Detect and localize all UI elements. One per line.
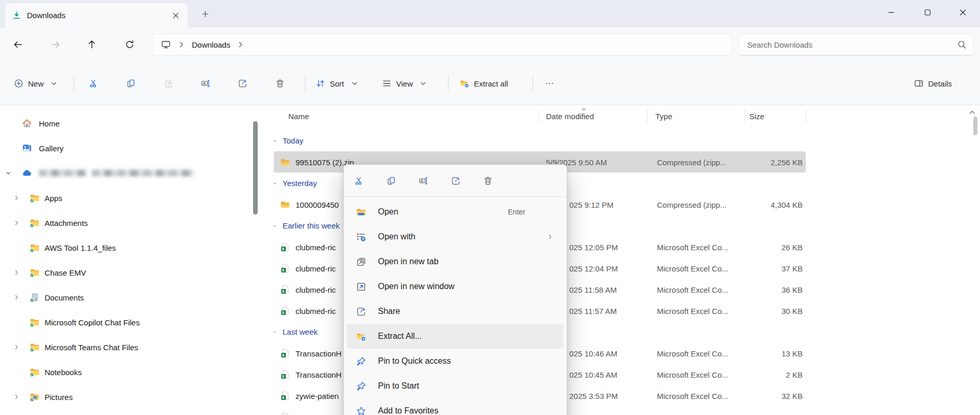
sidebar-item-home[interactable]: Home	[0, 111, 262, 136]
column-separator[interactable]	[647, 109, 648, 123]
share-button[interactable]	[232, 73, 253, 94]
see-more-button[interactable]	[539, 73, 560, 94]
sidebar-item-gallery[interactable]: Gallery	[0, 136, 262, 161]
column-separator[interactable]	[806, 109, 806, 123]
breadcrumb[interactable]: Downloads	[152, 34, 732, 55]
this-pc-icon[interactable]	[161, 39, 171, 50]
window-close-button[interactable]	[948, 0, 978, 25]
column-header-type[interactable]: Type	[655, 105, 673, 127]
sidebar-item-documents[interactable]: Documents	[0, 285, 262, 310]
sidebar-item-aws-tool-1-1-4-files[interactable]: AWS Tool 1.1.4_files	[0, 235, 262, 260]
delete-button[interactable]	[270, 73, 290, 94]
sidebar-scrollbar-thumb[interactable]	[253, 121, 258, 214]
breadcrumb-segment-downloads[interactable]: Downloads	[192, 40, 230, 49]
search-input[interactable]	[747, 40, 957, 49]
sidebar-item-label: Microsoft Teams Chat Files	[45, 343, 138, 352]
column-header-row: NameDate modifiedTypeSize	[270, 105, 980, 130]
share-icon	[351, 306, 371, 317]
menu-item-add-to-favorites[interactable]: Add to Favorites	[347, 398, 564, 415]
view-button[interactable]: View	[376, 73, 433, 94]
menu-item-open-in-new-tab[interactable]: Open in new tab	[347, 249, 564, 274]
menu-item-label: Pin to Start	[378, 381, 419, 391]
paste-button[interactable]	[158, 73, 179, 94]
window-minimize-button[interactable]	[876, 0, 906, 25]
rename-button[interactable]	[414, 171, 433, 190]
copy-button[interactable]	[382, 171, 401, 190]
menu-item-open[interactable]: OpenEnter	[347, 199, 564, 224]
sidebar-item-label: Chase EMV	[45, 268, 86, 277]
delete-icon	[275, 78, 285, 89]
window-titlebar: Downloads	[0, 0, 980, 27]
sidebar-item-attachments[interactable]: Attachments	[0, 210, 262, 235]
scrollbar-up-icon[interactable]	[967, 107, 977, 118]
breadcrumb-chevron-icon[interactable]	[176, 39, 187, 50]
sidebar-item-notebooks[interactable]: Notebooks	[0, 360, 262, 384]
file-name: TransactionH	[296, 370, 342, 379]
chevron-down-icon[interactable]	[271, 179, 279, 188]
new-tab-button[interactable]	[199, 8, 212, 20]
menu-item-open-with[interactable]: Open with	[347, 224, 564, 249]
menu-item-share[interactable]: Share	[347, 299, 564, 324]
rename-button[interactable]	[195, 73, 216, 94]
file-name: clubmed-ric	[296, 242, 336, 251]
sidebar-item-microsoft-teams-chat-files[interactable]: Microsoft Teams Chat Files	[0, 335, 262, 360]
refresh-button[interactable]	[119, 34, 141, 55]
chevron-down-icon[interactable]	[271, 137, 279, 145]
column-header-name[interactable]: Name	[288, 105, 309, 127]
sidebar-item-microsoft-copilot-chat-files[interactable]: Microsoft Copilot Chat Files	[0, 310, 262, 335]
home-icon	[22, 118, 32, 128]
column-separator[interactable]	[744, 109, 745, 123]
navigation-pane: HomeGalleryAppsAttachmentsAWS Tool 1.1.4…	[0, 105, 262, 415]
new-button[interactable]: New	[8, 73, 64, 94]
sort-button[interactable]: Sort	[310, 73, 365, 94]
forward-button[interactable]	[45, 34, 66, 55]
menu-item-open-in-new-window[interactable]: Open in new window	[347, 274, 564, 299]
sidebar-item-chase-emv[interactable]: Chase EMV	[0, 260, 262, 285]
extract-all-button[interactable]: Extract all	[454, 73, 513, 94]
details-button[interactable]: Details	[908, 73, 957, 94]
navigation-bar: Downloads	[0, 27, 980, 62]
chevron-right-icon[interactable]	[12, 393, 21, 401]
sidebar-item-pictures[interactable]: Pictures	[0, 384, 262, 409]
explorer-tab-downloads[interactable]: Downloads	[5, 3, 188, 27]
menu-item-extract-all[interactable]: Extract All...	[347, 324, 564, 349]
sidebar-item-apps[interactable]: Apps	[0, 185, 262, 210]
column-header-size[interactable]: Size	[749, 105, 764, 127]
sidebar-item-onedrive-redacted[interactable]	[0, 161, 262, 185]
delete-button[interactable]	[479, 171, 497, 190]
back-button[interactable]	[7, 34, 29, 55]
menu-item-pin-to-quick-access[interactable]: Pin to Quick access	[347, 349, 564, 374]
breadcrumb-chevron-icon[interactable]	[235, 39, 246, 50]
file-type: Microsoft Excel Co...	[657, 349, 729, 357]
chevron-down-icon[interactable]	[4, 169, 12, 177]
chevron-right-icon[interactable]	[12, 219, 21, 227]
copy-button[interactable]	[121, 73, 142, 94]
cut-button[interactable]	[350, 171, 369, 190]
sidebar-item-label: Apps	[45, 194, 62, 203]
chevron-down-icon[interactable]	[271, 222, 279, 230]
list-scrollbar-thumb[interactable]	[973, 117, 977, 135]
sidebar-item-label: Attachments	[45, 219, 88, 227]
chevron-right-icon	[546, 233, 554, 241]
chevron-right-icon[interactable]	[12, 343, 21, 351]
column-header-date-modified[interactable]: Date modified	[546, 105, 594, 127]
chevron-down-icon[interactable]	[271, 328, 279, 336]
group-header-today[interactable]: Today	[270, 130, 980, 151]
excel-file-icon	[280, 242, 290, 252]
column-separator[interactable]	[539, 109, 539, 123]
share-button[interactable]	[446, 171, 465, 190]
chevron-right-icon[interactable]	[12, 194, 21, 202]
group-label: Earlier this week	[283, 221, 340, 230]
window-maximize-button[interactable]	[913, 0, 943, 25]
up-button[interactable]	[81, 34, 103, 55]
chevron-right-icon[interactable]	[12, 293, 21, 302]
chevron-right-icon[interactable]	[12, 268, 21, 277]
file-date-modified: 025 9:12 PM	[569, 200, 613, 209]
search-box[interactable]	[738, 34, 974, 55]
file-name: clubmed-ric	[296, 285, 336, 294]
sort-label: Sort	[330, 79, 344, 88]
cut-button[interactable]	[83, 73, 104, 94]
file-size: 26 KB	[781, 242, 803, 251]
tab-close-icon[interactable]	[170, 10, 181, 21]
menu-item-pin-to-start[interactable]: Pin to Start	[347, 374, 564, 398]
